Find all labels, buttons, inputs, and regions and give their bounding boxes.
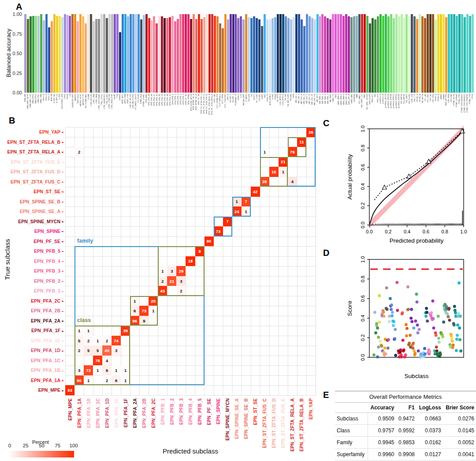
row-label: EPN_MPE xyxy=(38,385,63,395)
bar-label: MPNST_ATYP xyxy=(79,94,82,115)
column-label: EPN_PFA_1B xyxy=(84,397,93,449)
bar-label: MB_WNT xyxy=(329,94,331,115)
bar-label: EPN_ST_ZFTA_RELA_B xyxy=(211,94,213,115)
bar xyxy=(306,14,308,93)
bar xyxy=(269,19,271,93)
matrix-cell: 1 xyxy=(84,375,93,386)
bar-label: MB_SHH_4 xyxy=(327,94,329,115)
class-box-label: class xyxy=(77,317,91,323)
bar xyxy=(230,14,232,93)
bar-label: ANA_PA xyxy=(51,94,53,115)
bar-label: INFLAM_ENV xyxy=(242,94,245,115)
score-point xyxy=(418,328,421,331)
bar xyxy=(148,18,150,93)
bar-label: EPN_MPE xyxy=(145,94,148,115)
row-label: EPN_PFB_2 xyxy=(34,276,63,286)
bar-label: CAUDEQU_NET xyxy=(71,94,74,115)
bar-label: PITAD_STH_SPARSE xyxy=(466,94,469,115)
bar-label: CTRL_BLOOD xyxy=(90,94,92,115)
bar xyxy=(216,16,219,93)
row-label: EPN_ST_ZFTA_RELA_A xyxy=(7,147,63,157)
bar xyxy=(258,19,260,93)
bar-label: MB_G34_IV xyxy=(303,94,305,115)
matrix-cell: 28 xyxy=(260,177,269,187)
bar xyxy=(116,14,119,93)
matrix-cell: 1 xyxy=(84,326,93,336)
bar xyxy=(416,19,418,93)
bar xyxy=(450,14,453,93)
score-point xyxy=(408,341,411,345)
score-point xyxy=(455,337,458,341)
table-title: Overall Performance Metrics xyxy=(335,391,476,403)
score-point xyxy=(377,345,380,349)
y-tick-label: 1.0 xyxy=(360,256,365,262)
bar xyxy=(277,14,279,93)
score-point xyxy=(399,349,402,352)
column-label: EPN_PFA_1C xyxy=(93,397,102,449)
score-point xyxy=(424,352,427,356)
bar xyxy=(443,14,445,93)
score-point xyxy=(394,328,397,331)
bar xyxy=(361,14,363,93)
bar-label: MMNST xyxy=(74,94,76,115)
bar xyxy=(111,14,113,93)
panel-c-y-axis-title: Actual probability xyxy=(346,154,353,199)
bar xyxy=(327,18,329,93)
bar-label: SEGA xyxy=(67,94,69,115)
score-point xyxy=(448,319,451,322)
matrix-cell: 1 xyxy=(232,197,242,207)
matrix-cell: 11 xyxy=(297,137,306,147)
table-header: LogLoss xyxy=(416,403,443,413)
score-point xyxy=(412,326,415,330)
matrix-cell: 2 xyxy=(102,336,112,346)
bar-label: MNG_BEN-2 xyxy=(340,94,342,115)
bar-label: DLBCL xyxy=(237,94,239,115)
bar xyxy=(187,14,190,93)
bar xyxy=(198,14,200,93)
legend-tick-label: 25 xyxy=(23,443,29,448)
metric-value: 0.9509 xyxy=(368,413,396,425)
score-point xyxy=(375,322,378,325)
row-label: EPN_SPINE_SE_B xyxy=(20,197,63,207)
bar-label: MB_G34_VI xyxy=(309,94,311,115)
bar xyxy=(311,18,313,93)
bar xyxy=(135,14,137,93)
confusion-matrix-row-labels: EPN_MPEEPN_PFA_1AEPN_PFA_1BEPN_PFA_1CEPN… xyxy=(0,127,63,395)
matrix-cell: 4 xyxy=(102,356,112,366)
bar-label: CRINET xyxy=(119,94,121,115)
table-header xyxy=(335,403,368,413)
bar xyxy=(353,16,355,93)
matrix-cell: 78 xyxy=(93,356,102,366)
y-tick-label: 0.25 xyxy=(7,71,22,76)
y-tick-label: 0.4 xyxy=(360,315,365,322)
bar-label: ETMR_Atyp xyxy=(140,94,142,115)
bar-label: MB_G34_II xyxy=(298,94,300,115)
matrix-cell: 15 xyxy=(269,167,279,177)
bar xyxy=(100,14,103,93)
score-point xyxy=(456,323,459,326)
bar xyxy=(366,16,368,93)
score-point xyxy=(456,334,459,337)
table-row: Class0.97570.95920.03730.0145 xyxy=(335,425,476,437)
matrix-cell: 40 xyxy=(102,345,112,356)
score-point xyxy=(435,334,438,337)
score-point xyxy=(458,338,461,341)
legend-gradient-bar xyxy=(9,451,74,457)
score-scatter-plot: 0.00.20.40.60.81.0SubclassScore xyxy=(345,252,476,385)
bar-label: EPN_ST_ZFTA_RELA_A xyxy=(208,94,211,115)
score-point xyxy=(392,324,395,327)
bar xyxy=(253,16,255,93)
matrix-cell: 1 xyxy=(121,375,130,386)
column-label: EPN_PFA_1A xyxy=(74,397,84,449)
score-point xyxy=(393,337,396,340)
bar xyxy=(193,14,195,93)
bar-label: PLNTY xyxy=(253,94,255,115)
bar xyxy=(319,16,321,93)
score-point xyxy=(378,321,381,324)
score-point xyxy=(447,307,450,310)
legend-tick-label: 50 xyxy=(39,443,45,448)
bar-label: PTPR_A xyxy=(435,94,437,115)
bar-label: SCHW xyxy=(87,94,89,115)
bar xyxy=(408,16,410,93)
bar xyxy=(242,19,245,93)
